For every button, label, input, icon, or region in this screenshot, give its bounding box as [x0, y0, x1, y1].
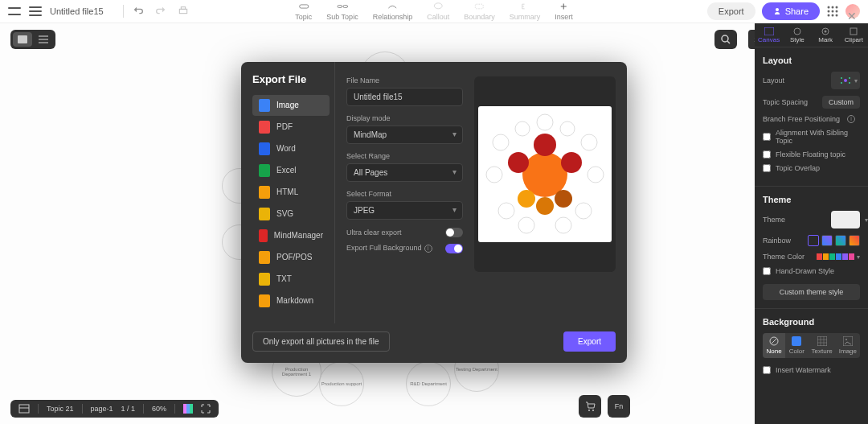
- svg-point-45: [508, 152, 529, 173]
- range-select[interactable]: All Pages: [346, 163, 463, 182]
- format-label: Select Format: [346, 190, 463, 198]
- svg-point-48: [555, 190, 572, 208]
- svg-point-59: [515, 121, 530, 136]
- svg-point-56: [518, 217, 534, 233]
- format-mindmanager[interactable]: MindManager: [252, 225, 330, 246]
- filename-input[interactable]: [346, 88, 463, 106]
- preview-pane: [474, 62, 627, 323]
- svg-point-51: [581, 134, 597, 150]
- export-modal: ✕ Export File ImagePDFWordExcelHTMLSVGMi…: [241, 62, 627, 363]
- ultra-clear-label: Ultra clear export: [346, 228, 402, 237]
- info-icon[interactable]: i: [424, 245, 432, 253]
- format-select[interactable]: JPEG: [346, 201, 463, 220]
- format-markdown[interactable]: Markdown: [252, 290, 330, 311]
- svg-point-46: [561, 152, 582, 173]
- svg-point-44: [534, 134, 556, 156]
- export-options: File Name Display mode MindMap Select Ra…: [334, 62, 474, 323]
- svg-point-50: [493, 134, 509, 150]
- only-pictures-button[interactable]: Only export all pictures in the file: [252, 331, 390, 352]
- format-image[interactable]: Image: [252, 95, 330, 116]
- filename-label: File Name: [346, 76, 463, 84]
- format-pof/pos[interactable]: POF/POS: [252, 247, 330, 268]
- svg-point-47: [518, 190, 535, 208]
- preview-image: [478, 106, 612, 242]
- svg-point-53: [588, 167, 604, 183]
- svg-point-55: [575, 203, 592, 219]
- modal-export-button[interactable]: Export: [563, 331, 616, 352]
- export-sidebar: Export File ImagePDFWordExcelHTMLSVGMind…: [241, 62, 334, 323]
- svg-point-60: [560, 121, 575, 136]
- format-word[interactable]: Word: [252, 138, 330, 159]
- full-bg-label: Export Full Backgroundi: [346, 244, 432, 253]
- svg-point-54: [498, 203, 514, 219]
- svg-point-49: [536, 197, 554, 215]
- svg-point-57: [555, 217, 571, 233]
- displaymode-select[interactable]: MindMap: [346, 126, 463, 144]
- format-excel[interactable]: Excel: [252, 160, 330, 181]
- displaymode-label: Display mode: [346, 114, 463, 122]
- range-label: Select Range: [346, 152, 463, 160]
- ultra-clear-toggle[interactable]: [445, 228, 463, 237]
- format-txt[interactable]: TXT: [252, 269, 330, 290]
- format-pdf[interactable]: PDF: [252, 117, 330, 138]
- format-html[interactable]: HTML: [252, 182, 330, 203]
- close-icon[interactable]: ✕: [847, 10, 857, 23]
- modal-title: Export File: [252, 73, 330, 85]
- full-bg-toggle[interactable]: [445, 244, 463, 253]
- svg-point-58: [537, 114, 553, 130]
- format-svg[interactable]: SVG: [252, 204, 330, 224]
- modal-overlay: ✕ Export File ImagePDFWordExcelHTMLSVGMi…: [0, 0, 868, 424]
- svg-point-52: [486, 167, 502, 183]
